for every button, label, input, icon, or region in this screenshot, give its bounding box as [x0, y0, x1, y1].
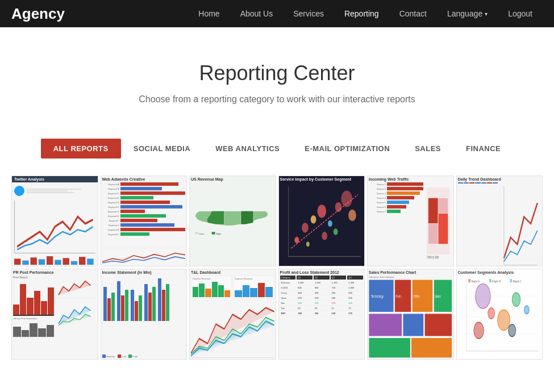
svg-text:Region C: Region C — [513, 279, 522, 283]
svg-rect-65 — [510, 279, 512, 282]
svg-rect-5 — [55, 260, 61, 265]
svg-point-30 — [348, 210, 356, 221]
svg-text:Region A: Region A — [471, 279, 480, 283]
filter-social-media[interactable]: SOCIAL MEDIA — [121, 139, 203, 159]
svg-rect-1 — [22, 261, 28, 265]
chart-title: Web Adwords Creative — [102, 177, 186, 181]
svg-point-54 — [473, 322, 484, 339]
svg-rect-9 — [87, 258, 93, 265]
chevron-down-icon: ▾ — [485, 11, 488, 17]
navbar: Agency Home About Us Services Reporting … — [0, 0, 554, 27]
svg-point-20 — [294, 237, 299, 244]
svg-point-22 — [310, 215, 316, 224]
chart-title: Daily Trend Dashboard — [458, 177, 541, 181]
report-item-scatter[interactable]: Service Impact by Customer Segment — [278, 176, 365, 266]
hero-section: Reporting Center Choose from a reporting… — [0, 27, 554, 127]
report-item-dashboard[interactable]: Daily Trend Dashboard — [456, 176, 543, 266]
nav-language[interactable]: Language ▾ — [437, 0, 498, 27]
report-gallery: Twitter Analysis — [0, 176, 554, 377]
nav-about[interactable]: About Us — [230, 0, 284, 27]
report-item-mixed-chart[interactable]: Sales Performance Chart Category / Sub-C… — [367, 269, 454, 360]
svg-rect-4 — [47, 256, 53, 265]
svg-text:Furn.: Furn. — [396, 294, 402, 298]
filter-email-optimization[interactable]: E-MAIL OPTIMIZATION — [292, 139, 402, 159]
chart-title: Income Statement (In Mio) — [102, 270, 186, 274]
nav-home[interactable]: Home — [188, 0, 230, 27]
svg-point-27 — [306, 241, 309, 247]
chart-title: Profit and Loss Statement 2012 — [280, 270, 364, 274]
hero-subtitle: Choose from a reporting category to work… — [11, 94, 543, 105]
svg-rect-63 — [489, 279, 491, 282]
svg-rect-42 — [424, 314, 452, 336]
svg-line-31 — [291, 195, 357, 248]
chart-title: PR Post Performance — [13, 270, 97, 274]
svg-point-56 — [497, 310, 510, 330]
filter-sales[interactable]: SALES — [402, 139, 453, 159]
svg-rect-3 — [39, 259, 45, 265]
nav-contact[interactable]: Contact — [389, 0, 437, 27]
svg-rect-43 — [369, 337, 410, 358]
svg-rect-14 — [195, 232, 198, 234]
svg-rect-7 — [71, 261, 77, 265]
svg-point-55 — [488, 308, 494, 319]
svg-point-58 — [524, 306, 529, 314]
report-item-income[interactable]: Income Statement (In Mio) — [101, 269, 188, 360]
svg-point-21 — [302, 223, 309, 232]
svg-point-59 — [475, 284, 490, 309]
page-title: Reporting Center — [11, 61, 543, 85]
report-item-profit-loss[interactable]: Profit and Loss Statement 2012 Category … — [278, 269, 365, 360]
report-item-twitter[interactable]: Twitter Analysis — [11, 176, 98, 266]
filter-tabs: ALL REPORTS SOCIAL MEDIA WEB ANALYTICS E… — [0, 127, 554, 176]
svg-text:Technology: Technology — [371, 294, 384, 298]
svg-text:Office: Office — [413, 294, 419, 298]
svg-rect-2 — [31, 257, 37, 265]
report-item-web-traffic[interactable]: Incoming Web Traffic Source 1 Source 2 S… — [367, 176, 454, 266]
svg-point-26 — [341, 191, 352, 207]
nav-services[interactable]: Services — [283, 0, 334, 27]
report-item-pr-performance[interactable]: PR Post Performance Post Reach Library P… — [11, 269, 98, 360]
chart-title: Customer Segments Analysis — [458, 270, 541, 274]
svg-point-60 — [508, 324, 515, 337]
svg-rect-44 — [411, 337, 452, 358]
svg-rect-40 — [369, 314, 402, 336]
filter-all-reports[interactable]: ALL REPORTS — [41, 139, 121, 159]
chart-title: T&L Dashboard — [191, 270, 274, 274]
filter-web-analytics[interactable]: WEB ANALYTICS — [203, 139, 292, 159]
nav-reporting[interactable]: Reporting — [334, 0, 389, 27]
chart-title: Service Impact by Customer Segment — [280, 177, 364, 181]
svg-text:Region B: Region B — [492, 279, 501, 283]
filter-finance[interactable]: FINANCE — [453, 139, 513, 159]
svg-text:High: High — [216, 232, 222, 235]
svg-rect-6 — [63, 258, 69, 265]
svg-text:Sales: Sales — [435, 294, 441, 298]
svg-text:Traffic by State: Traffic by State — [427, 255, 439, 260]
report-item-bubble[interactable]: Customer Segments Analysis — [456, 269, 543, 360]
svg-rect-0 — [14, 258, 20, 265]
svg-point-24 — [327, 220, 332, 227]
nav-links: Home About Us Services Reporting Contact… — [188, 0, 543, 27]
report-item-tl-dashboard[interactable]: T&L Dashboard Pipeline Revenue — [189, 269, 276, 360]
svg-point-57 — [512, 293, 520, 306]
svg-point-28 — [322, 232, 327, 240]
svg-rect-8 — [79, 257, 85, 265]
svg-point-29 — [333, 228, 338, 235]
chart-title: US Revenue Map — [191, 177, 274, 181]
chart-title: Incoming Web Traffic — [369, 177, 452, 181]
chart-title: Sales Performance Chart — [369, 270, 452, 274]
report-item-adwords[interactable]: Web Adwords Creative Keyword A Keyword B… — [101, 176, 188, 266]
report-item-map[interactable]: US Revenue Map Low Hi — [189, 176, 276, 266]
brand-logo[interactable]: Agency — [11, 5, 65, 23]
svg-rect-41 — [403, 314, 424, 336]
svg-point-23 — [317, 205, 326, 218]
svg-rect-61 — [468, 279, 470, 282]
nav-logout[interactable]: Logout — [498, 0, 543, 27]
svg-text:Low: Low — [199, 232, 205, 235]
svg-rect-16 — [212, 232, 215, 234]
